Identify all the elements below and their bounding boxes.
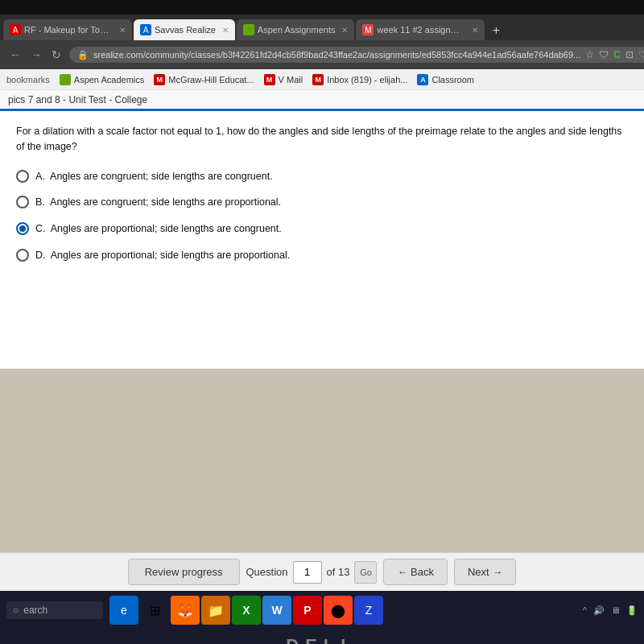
url-action-icons: ☆ 🛡 C ⊡ ♡ 🧩 <box>585 49 644 60</box>
bookmark-classroom[interactable]: A Classroom <box>417 74 474 85</box>
back-button[interactable]: ← Back <box>383 559 448 585</box>
tab-close-savvas[interactable]: ✕ <box>222 26 229 35</box>
option-c[interactable]: C. Angles are proportional; side lengths… <box>16 221 628 237</box>
battery-icon: 🔋 <box>626 605 638 616</box>
bookmark-inbox[interactable]: M Inbox (819) - elijah... <box>312 74 407 85</box>
mcgraw-icon: M <box>154 74 165 85</box>
forward-nav-button[interactable]: → <box>27 47 45 63</box>
browser-chrome: A RF - Makeup for Topics 7 an ✕ A Savvas… <box>0 14 644 69</box>
shield-icon: 🛡 <box>599 49 609 60</box>
question-navigator: Question of 13 Go <box>246 561 378 584</box>
option-a-label: A. Angles are congruent; side lengths ar… <box>35 169 273 184</box>
tab-close-aspen[interactable]: ✕ <box>341 26 348 35</box>
back-nav-button[interactable]: ← <box>6 47 24 63</box>
tab-label-week11: week 11 #2 assignment - re <box>377 25 465 35</box>
bookmark-inbox-label: Inbox (819) - elijah... <box>327 75 407 85</box>
speaker-icon[interactable]: 🔊 <box>593 605 605 616</box>
taskbar-firefox-icon[interactable]: 🦊 <box>171 596 200 625</box>
question-label: Question <box>246 566 288 578</box>
tab-close-rf[interactable]: ✕ <box>119 26 126 35</box>
lock-icon: 🔒 <box>77 50 89 60</box>
search-label: earch <box>23 605 47 616</box>
taskbar-powerpoint-icon[interactable]: P <box>293 596 322 625</box>
inbox-icon: M <box>312 74 324 85</box>
content-area: For a dilation with a scale factor not e… <box>0 111 644 369</box>
aspen-academics-icon: 🌿 <box>60 74 71 85</box>
url-bar[interactable]: 🔒 srealize.com/community/classes/b3f4226… <box>69 47 644 63</box>
reload-button[interactable]: ↻ <box>48 47 64 63</box>
dell-logo-area: DELL <box>0 630 644 644</box>
taskbar-system-tray: ^ 🔊 🖥 🔋 <box>583 605 638 616</box>
tab-savvas[interactable]: A Savvas Realize ✕ <box>134 19 235 40</box>
question-text: For a dilation with a scale factor not e… <box>16 124 628 155</box>
taskbar-folder-icon[interactable]: 📁 <box>201 596 230 625</box>
bookmarks-bar: bookmarks 🌿 Aspen Academics M McGraw-Hil… <box>0 69 644 90</box>
nav-buttons: ← → ↻ <box>6 47 64 63</box>
bookmark-aspen-academics[interactable]: 🌿 Aspen Academics <box>60 74 144 85</box>
classroom-icon: A <box>417 74 428 85</box>
option-b[interactable]: B. Angles are congruent; side lengths ar… <box>16 195 628 210</box>
taskbar-pinned-apps: e ⊞ 🦊 📁 X W P ⬤ Z <box>109 596 383 625</box>
taskbar-chrome-icon[interactable]: ⬤ <box>324 596 353 625</box>
tab-label-savvas: Savvas Realize <box>155 25 216 35</box>
top-bezel <box>0 0 644 14</box>
page-title: pics 7 and 8 - Unit Test - College <box>8 94 147 105</box>
option-b-label: B. Angles are congruent; side lengths ar… <box>35 195 281 210</box>
taskbar-windows-icon[interactable]: ⊞ <box>140 596 169 625</box>
url-text: srealize.com/community/classes/b3f42261f… <box>93 50 580 60</box>
bookmark-mcgraw-label: McGraw-Hill Educat... <box>168 75 254 85</box>
vmail-icon: M <box>264 74 275 85</box>
bookmark-vmail-label: V Mail <box>279 75 303 85</box>
taskbar-edge-icon[interactable]: e <box>109 596 138 625</box>
tab-icon-week11: M <box>362 24 374 35</box>
tab-close-week11[interactable]: ✕ <box>472 26 478 35</box>
tab-icon-rf: A <box>10 24 21 35</box>
empty-content-area <box>0 369 644 552</box>
taskbar-search[interactable]: ○ earch <box>6 601 103 619</box>
bookmark-mcgraw[interactable]: M McGraw-Hill Educat... <box>154 74 254 85</box>
profile-icon[interactable]: ♡ <box>638 49 644 60</box>
c-icon: C <box>613 49 621 60</box>
radio-c[interactable] <box>16 222 29 235</box>
tab-label-aspen: Aspen Assignments <box>258 25 336 35</box>
bookmarks-label: bookmarks <box>6 75 50 85</box>
star-icon[interactable]: ☆ <box>585 49 594 60</box>
dell-logo-text: DELL <box>286 635 357 644</box>
next-button[interactable]: Next → <box>454 559 516 585</box>
address-bar: ← → ↻ 🔒 srealize.com/community/classes/b… <box>0 40 644 69</box>
page-title-bar: pics 7 and 8 - Unit Test - College <box>0 90 644 111</box>
tab-label-rf: RF - Makeup for Topics 7 an <box>24 25 113 35</box>
tab-bar: A RF - Makeup for Topics 7 an ✕ A Savvas… <box>0 14 644 40</box>
chevron-up-icon[interactable]: ^ <box>583 605 587 615</box>
cast-icon[interactable]: ⊡ <box>625 49 634 60</box>
display-icon: 🖥 <box>611 605 620 615</box>
bookmark-vmail[interactable]: M V Mail <box>264 74 303 85</box>
radio-d[interactable] <box>16 249 29 262</box>
question-number-input[interactable] <box>293 561 322 584</box>
option-d-label: D. Angles are proportional; side lengths… <box>35 248 290 263</box>
of-total: of 13 <box>327 566 350 578</box>
radio-b[interactable] <box>16 196 29 208</box>
taskbar-zoom-icon[interactable]: Z <box>354 596 383 625</box>
option-c-label: C. Angles are proportional; side lengths… <box>35 221 282 237</box>
tab-icon-savvas: A <box>140 24 151 35</box>
go-button[interactable]: Go <box>354 561 377 584</box>
tab-week11[interactable]: M week 11 #2 assignment - re ✕ <box>356 19 485 40</box>
option-a[interactable]: A. Angles are congruent; side lengths ar… <box>16 169 628 184</box>
bookmark-aspen-label: Aspen Academics <box>74 75 144 85</box>
tab-rf-makeup[interactable]: A RF - Makeup for Topics 7 an ✕ <box>3 19 132 40</box>
bookmark-classroom-label: Classroom <box>431 75 474 85</box>
review-progress-button[interactable]: Review progress <box>128 559 240 585</box>
tab-aspen[interactable]: 🌿 Aspen Assignments ✕ <box>237 19 355 40</box>
option-d[interactable]: D. Angles are proportional; side lengths… <box>16 248 628 263</box>
bottom-nav-bar: Review progress Question of 13 Go ← Back… <box>0 552 644 591</box>
tab-icon-aspen: 🌿 <box>243 24 254 35</box>
radio-a[interactable] <box>16 170 29 183</box>
new-tab-button[interactable]: + <box>486 21 506 40</box>
taskbar: ○ earch e ⊞ 🦊 📁 X W P ⬤ Z ^ 🔊 <box>0 591 644 630</box>
taskbar-word-icon[interactable]: W <box>262 596 291 625</box>
taskbar-excel-icon[interactable]: X <box>232 596 261 625</box>
search-icon: ○ <box>13 605 19 616</box>
